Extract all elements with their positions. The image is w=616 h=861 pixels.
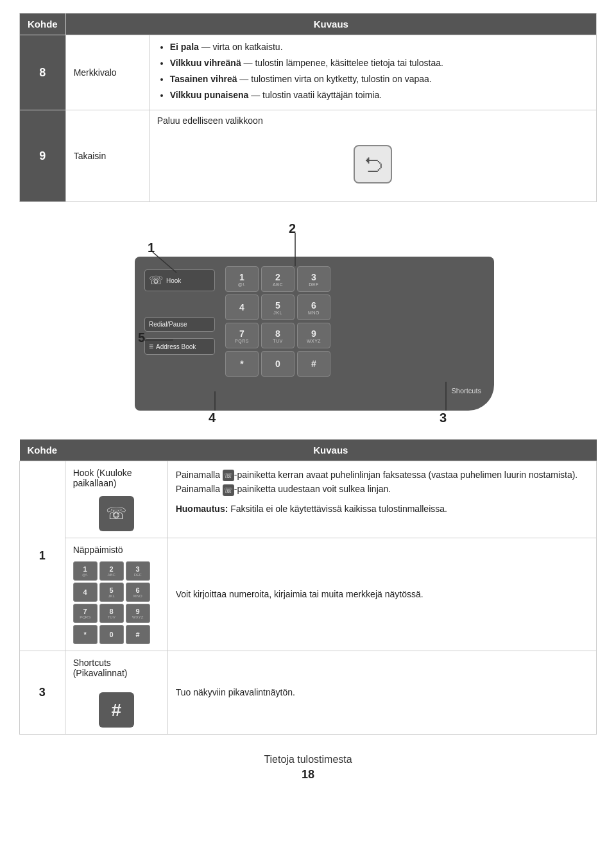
row-8-label: Merkkivalo	[65, 35, 149, 110]
bottom-header-kuvaus: Kuvaus	[65, 439, 596, 461]
mini-key-6: 6MNO	[126, 583, 150, 602]
address-book-icon: ≡	[149, 342, 153, 351]
mini-key-7: 7PQRS	[73, 604, 98, 623]
hook-label: Hook	[166, 277, 181, 284]
hook-label-text: Hook (Kuuloke paikallaan)	[73, 468, 160, 488]
key-7: 7PQRS	[225, 323, 259, 348]
hook-big-icon: ☏	[99, 496, 134, 531]
bottom-header-kohde: Kohde	[20, 439, 65, 461]
row-9-desc: Paluu edelliseen valikkoon ⮌	[149, 110, 596, 202]
fax-left-buttons: ☏ Hook Redial/Pause ≡ Address Book	[144, 266, 215, 401]
key-1: 1@!.	[225, 266, 259, 292]
page-number: 18	[19, 768, 597, 781]
shortcuts-desc-text: Tuo näkyviin pikavalintnäytön.	[176, 687, 295, 697]
keypad-label-text: Näppäimistö	[73, 545, 160, 555]
bottom-row-2: Näppäimistö 1@!. 2ABC 3DEF 4 5JKL 6MNO 7…	[20, 538, 597, 651]
diagram-label-5: 5	[138, 330, 145, 345]
hash-btn-container: #	[73, 686, 160, 728]
fax-keypad: 1@!. 2ABC 3DEF 4 5JKL 6MNO 7PQRS 8TUV 9W…	[225, 266, 330, 401]
back-button-cell: ⮌	[157, 132, 588, 196]
bottom-row-3-label: Shortcuts (Pikavalinnat) #	[65, 651, 167, 735]
col-header-kohde: Kohde	[20, 13, 66, 35]
diagram-wrapper: 2 1 ☏ Hook Redial/Pause	[83, 221, 533, 427]
row-9-text: Paluu edelliseen valikkoon	[157, 115, 588, 126]
mini-key-2: 2ABC	[99, 561, 124, 581]
diagram-label-1: 1	[148, 241, 155, 255]
mini-key-4: 4	[73, 583, 98, 602]
back-icon: ⮌	[354, 145, 392, 183]
row-9-num: 9	[20, 110, 66, 202]
hash-big-button: #	[99, 692, 134, 728]
key-3: 3DEF	[297, 266, 330, 292]
mini-key-0: 0	[99, 625, 124, 644]
mini-key-3: 3DEF	[126, 561, 150, 581]
bottom-row-1-num: 1	[20, 461, 65, 651]
row-8-num: 8	[20, 35, 66, 110]
top-table: Kohde Kuvaus 8 Merkkivalo Ei pala — virt…	[19, 13, 597, 202]
mini-key-8: 8TUV	[99, 604, 124, 623]
list-item-tasainen-vihrea: Tasainen vihreä — tulostimen virta on ky…	[170, 72, 588, 86]
key-hash: #	[297, 351, 330, 377]
bottom-row-1: 1 Hook (Kuuloke paikallaan) ☏ Painamalla…	[20, 461, 597, 538]
hook-button: ☏ Hook	[144, 269, 215, 291]
phone-icon-inline-2: ☏	[223, 484, 234, 496]
key-9: 9WXYZ	[297, 323, 330, 348]
hook-phone-icon: ☏	[149, 273, 164, 287]
row-9-label: Takaisin	[65, 110, 149, 202]
bottom-row-2-desc: Voit kirjoittaa numeroita, kirjaimia tai…	[167, 538, 596, 651]
mini-key-star: *	[73, 625, 98, 644]
bottom-row-3-desc: Tuo näkyviin pikavalintnäytön.	[167, 651, 596, 735]
redial-button: Redial/Pause	[144, 317, 215, 332]
diagram-label-4: 4	[209, 411, 216, 425]
key-6: 6MNO	[297, 294, 330, 320]
col-header-kuvaus: Kuvaus	[65, 13, 596, 35]
table-row-8: 8 Merkkivalo Ei pala — virta on katkaist…	[20, 35, 597, 110]
address-book-button: ≡ Address Book	[144, 338, 215, 355]
mini-key-9: 9WXYZ	[126, 604, 150, 623]
bottom-row-2-label: Näppäimistö 1@!. 2ABC 3DEF 4 5JKL 6MNO 7…	[65, 538, 167, 651]
hook-icon-container: ☏	[73, 496, 160, 531]
page-footer: Tietoja tulostimesta 18	[19, 754, 597, 794]
key-5: 5JKL	[261, 294, 295, 320]
list-item-ei-pala: Ei pala — virta on katkaistu.	[170, 40, 588, 54]
bottom-row-1-desc: Painamalla ☏-painiketta kerran avaat puh…	[167, 461, 596, 538]
bottom-row-1-label: Hook (Kuuloke paikallaan) ☏	[65, 461, 167, 538]
key-2: 2ABC	[261, 266, 295, 292]
diagram-section: 2 1 ☏ Hook Redial/Pause	[19, 209, 597, 433]
address-book-label: Address Book	[156, 343, 196, 350]
mini-key-5: 5JKL	[99, 583, 124, 602]
bottom-table: Kohde Kuvaus 1 Hook (Kuuloke paikallaan)…	[19, 439, 597, 735]
keypad-desc-text: Voit kirjoittaa numeroita, kirjaimia tai…	[176, 589, 424, 599]
list-item-vilkkuu-punaisena: Vilkkuu punaisena — tulostin vaatii käyt…	[170, 89, 588, 102]
redial-label: Redial/Pause	[149, 321, 187, 328]
hook-note: Huomautus: Faksitila ei ole käytettäviss…	[176, 502, 588, 516]
fax-panel-inner: ☏ Hook Redial/Pause ≡ Address Book	[135, 257, 494, 411]
key-star: *	[225, 351, 259, 377]
key-4: 4	[225, 294, 259, 320]
fax-panel: ☏ Hook Redial/Pause ≡ Address Book	[135, 257, 494, 411]
page-title: Tietoja tulostimesta	[19, 754, 597, 765]
shortcuts-label: Shortcuts	[452, 387, 481, 395]
shortcuts-label-text: Shortcuts (Pikavalinnat)	[73, 658, 160, 678]
table-row-9: 9 Takaisin Paluu edelliseen valikkoon ⮌	[20, 110, 597, 202]
row-8-desc: Ei pala — virta on katkaistu. Vilkkuu vi…	[149, 35, 596, 110]
hook-desc-para: Painamalla ☏-painiketta kerran avaat puh…	[176, 468, 588, 497]
list-item-vilkkuu-vihreana: Vilkkuu vihreänä — tulostin lämpenee, kä…	[170, 56, 588, 70]
diagram-label-3: 3	[440, 411, 447, 425]
mini-key-1: 1@!.	[73, 561, 98, 581]
diagram-label-2: 2	[289, 221, 296, 236]
mini-keypad: 1@!. 2ABC 3DEF 4 5JKL 6MNO 7PQRS 8TUV 9W…	[73, 561, 160, 644]
key-0: 0	[261, 351, 295, 377]
bottom-row-3: 3 Shortcuts (Pikavalinnat) # Tuo näkyvii…	[20, 651, 597, 735]
bottom-row-3-num: 3	[20, 651, 65, 735]
key-8: 8TUV	[261, 323, 295, 348]
mini-key-hash: #	[126, 625, 150, 644]
phone-icon-inline-1: ☏	[223, 470, 234, 481]
